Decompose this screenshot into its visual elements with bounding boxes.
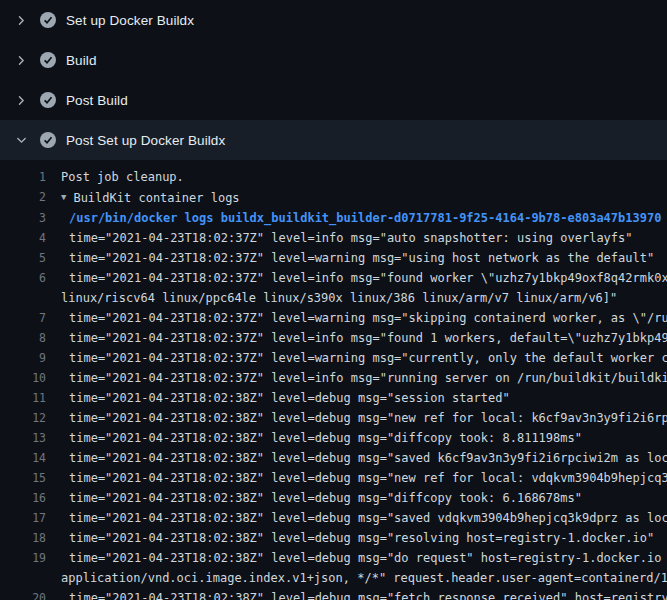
command-text: /usr/bin/docker logs buildx_buildkit_bui… (46, 208, 667, 228)
line-number[interactable]: 11 (0, 388, 46, 408)
log-line: 15time="2021-04-23T18:02:38Z" level=debu… (0, 468, 667, 488)
log-line-continuation: application/vnd.oci.image.index.v1+json,… (0, 568, 667, 588)
log-text: time="2021-04-23T18:02:37Z" level=warnin… (46, 308, 667, 328)
line-number[interactable]: 12 (0, 408, 46, 428)
line-number[interactable]: 6 (0, 268, 46, 288)
line-number[interactable]: 4 (0, 228, 46, 248)
line-number[interactable]: 8 (0, 328, 46, 348)
log-line: 16time="2021-04-23T18:02:38Z" level=debu… (0, 488, 667, 508)
log-line: 5time="2021-04-23T18:02:37Z" level=warni… (0, 248, 667, 268)
log-text: linux/riscv64 linux/ppc64le linux/s390x … (46, 288, 667, 308)
log-group-label: BuildKit container logs (73, 191, 239, 205)
log-text: time="2021-04-23T18:02:38Z" level=debug … (46, 528, 667, 548)
log-text: application/vnd.oci.image.index.v1+json,… (46, 568, 667, 588)
line-number[interactable]: 7 (0, 308, 46, 328)
line-number[interactable]: 19 (0, 548, 46, 568)
line-number[interactable]: 17 (0, 508, 46, 528)
log-text: time="2021-04-23T18:02:37Z" level=info m… (46, 368, 667, 388)
log-line-continuation: linux/riscv64 linux/ppc64le linux/s390x … (0, 288, 667, 308)
log-line: 8time="2021-04-23T18:02:37Z" level=info … (0, 328, 667, 348)
line-number[interactable]: 9 (0, 348, 46, 368)
line-number (0, 568, 46, 588)
chevron-right-icon (13, 12, 29, 28)
chevron-right-icon (13, 52, 29, 68)
log-line: 14time="2021-04-23T18:02:38Z" level=debu… (0, 448, 667, 468)
log-line: 1Post job cleanup. (0, 167, 667, 187)
log-line: 4time="2021-04-23T18:02:37Z" level=info … (0, 228, 667, 248)
triangle-down-icon: ▼ (61, 187, 66, 207)
log-line: 13time="2021-04-23T18:02:38Z" level=debu… (0, 428, 667, 448)
line-number[interactable]: 1 (0, 167, 46, 187)
step-header-post-build[interactable]: Post Build (0, 80, 667, 120)
log-line: 2▼BuildKit container logs (0, 187, 667, 208)
log-group-toggle[interactable]: ▼BuildKit container logs (46, 187, 667, 208)
chevron-right-icon (13, 92, 29, 108)
line-number[interactable]: 10 (0, 368, 46, 388)
log-line: 10time="2021-04-23T18:02:37Z" level=info… (0, 368, 667, 388)
log-text: time="2021-04-23T18:02:38Z" level=debug … (46, 508, 667, 528)
log-line: 19time="2021-04-23T18:02:38Z" level=debu… (0, 548, 667, 568)
check-circle-icon (40, 52, 56, 68)
log-line: 17time="2021-04-23T18:02:38Z" level=debu… (0, 508, 667, 528)
log-line: 20time="2021-04-23T18:02:38Z" level=debu… (0, 588, 667, 600)
line-number[interactable]: 5 (0, 248, 46, 268)
line-number (0, 288, 46, 308)
log-text: time="2021-04-23T18:02:38Z" level=debug … (46, 488, 667, 508)
log-text: time="2021-04-23T18:02:37Z" level=warnin… (46, 348, 667, 368)
log-text: Post job cleanup. (46, 167, 667, 187)
log-line: 6time="2021-04-23T18:02:37Z" level=info … (0, 268, 667, 288)
actions-log-viewer: Set up Docker BuildxBuildPost BuildPost … (0, 0, 667, 600)
log-line: 18time="2021-04-23T18:02:38Z" level=debu… (0, 528, 667, 548)
step-header-set-up-docker-buildx[interactable]: Set up Docker Buildx (0, 0, 667, 40)
log-line: 11time="2021-04-23T18:02:38Z" level=debu… (0, 388, 667, 408)
line-number[interactable]: 16 (0, 488, 46, 508)
log-text: time="2021-04-23T18:02:37Z" level=warnin… (46, 248, 667, 268)
step-header-post-set-up-docker-buildx[interactable]: Post Set up Docker Buildx (0, 120, 667, 160)
check-circle-icon (40, 92, 56, 108)
log-text: time="2021-04-23T18:02:38Z" level=debug … (46, 428, 667, 448)
check-circle-icon (40, 12, 56, 28)
line-number[interactable]: 20 (0, 588, 46, 600)
log-text: time="2021-04-23T18:02:38Z" level=debug … (46, 408, 667, 428)
step-label: Set up Docker Buildx (66, 13, 194, 28)
log-line: 3/usr/bin/docker logs buildx_buildkit_bu… (0, 208, 667, 228)
log-line: 7time="2021-04-23T18:02:37Z" level=warni… (0, 308, 667, 328)
line-number[interactable]: 3 (0, 208, 46, 228)
line-number[interactable]: 13 (0, 428, 46, 448)
log-text: time="2021-04-23T18:02:38Z" level=debug … (46, 548, 667, 568)
log-text: time="2021-04-23T18:02:37Z" level=info m… (46, 228, 667, 248)
steps-list: Set up Docker BuildxBuildPost BuildPost … (0, 0, 667, 160)
log-line: 9time="2021-04-23T18:02:37Z" level=warni… (0, 348, 667, 368)
log-line: 12time="2021-04-23T18:02:38Z" level=debu… (0, 408, 667, 428)
log-text: time="2021-04-23T18:02:38Z" level=debug … (46, 388, 667, 408)
line-number[interactable]: 15 (0, 468, 46, 488)
step-header-build[interactable]: Build (0, 40, 667, 80)
log-text: time="2021-04-23T18:02:38Z" level=debug … (46, 588, 667, 600)
chevron-down-icon (13, 132, 29, 148)
check-circle-icon (40, 132, 56, 148)
log-text: time="2021-04-23T18:02:38Z" level=debug … (46, 448, 667, 468)
log-panel: 1Post job cleanup.2▼BuildKit container l… (0, 160, 667, 600)
log-text: time="2021-04-23T18:02:37Z" level=info m… (46, 268, 667, 288)
line-number[interactable]: 18 (0, 528, 46, 548)
step-label: Post Build (66, 93, 128, 108)
step-label: Post Set up Docker Buildx (66, 133, 225, 148)
line-number[interactable]: 14 (0, 448, 46, 468)
log-text: time="2021-04-23T18:02:38Z" level=debug … (46, 468, 667, 488)
line-number[interactable]: 2 (0, 187, 46, 208)
log-text: time="2021-04-23T18:02:37Z" level=info m… (46, 328, 667, 348)
step-label: Build (66, 53, 97, 68)
